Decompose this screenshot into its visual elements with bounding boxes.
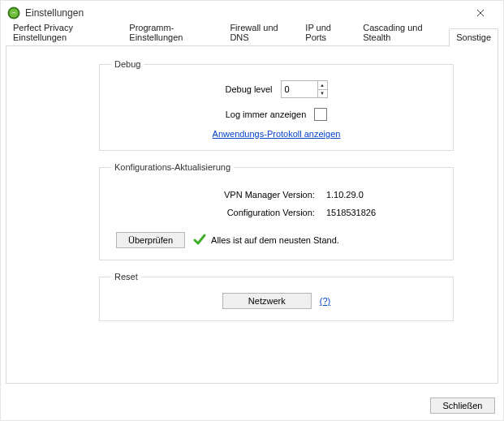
update-status-text: Alles ist auf dem neusten Stand. <box>211 235 339 245</box>
reset-legend: Reset <box>111 272 141 281</box>
window-close-button[interactable] <box>464 2 497 24</box>
checkmark-icon <box>193 233 206 247</box>
tab-bar: Perfect Privacy Einstellungen Programm-E… <box>1 25 503 46</box>
config-version-label: Configuration Version: <box>177 208 315 217</box>
settings-window: Einstellungen Perfect Privacy Einstellun… <box>0 0 504 421</box>
window-title: Einstellungen <box>25 7 84 19</box>
debug-legend: Debug <box>111 59 144 69</box>
close-button[interactable]: Schließen <box>430 397 495 414</box>
close-icon <box>476 9 485 17</box>
config-update-legend: Konfigurations-Aktualisierung <box>111 162 234 172</box>
reset-group: Reset Netzwerk (?) <box>99 272 454 321</box>
config-version-value: 1518531826 <box>326 208 376 217</box>
debug-level-step-down[interactable]: ▼ <box>318 90 327 98</box>
debug-group: Debug Debug level ▲ ▼ Log immer anzeigen… <box>99 59 454 151</box>
show-app-log-link[interactable]: Anwendungs-Protokoll anzeigen <box>213 129 341 139</box>
check-updates-button[interactable]: Überprüfen <box>116 232 185 248</box>
tab-other[interactable]: Sonstige <box>449 28 498 47</box>
log-always-checkbox[interactable] <box>314 108 327 121</box>
tab-program[interactable]: Programm-Einstellungen <box>122 19 222 46</box>
debug-level-step-up[interactable]: ▲ <box>318 81 327 90</box>
app-icon <box>7 6 20 19</box>
tab-perfect-privacy[interactable]: Perfect Privacy Einstellungen <box>6 19 122 46</box>
tab-panel-other: Debug Debug level ▲ ▼ Log immer anzeigen… <box>6 46 498 384</box>
reset-help-link[interactable]: (?) <box>320 296 330 306</box>
debug-level-input[interactable] <box>282 81 317 97</box>
tab-firewall-dns[interactable]: Firewall und DNS <box>222 19 298 46</box>
vpn-manager-version-value: 1.10.29.0 <box>326 190 376 200</box>
log-always-label: Log immer anzeigen <box>226 110 307 119</box>
tab-cascading-stealth[interactable]: Cascading und Stealth <box>355 19 449 46</box>
dialog-footer: Schließen <box>430 397 495 414</box>
tab-ip-ports[interactable]: IP und Ports <box>298 19 355 46</box>
debug-level-label: Debug level <box>225 84 272 94</box>
debug-level-spinner[interactable]: ▲ ▼ <box>281 80 328 98</box>
config-update-group: Konfigurations-Aktualisierung VPN Manage… <box>99 162 454 260</box>
vpn-manager-version-label: VPN Manager Version: <box>177 190 315 200</box>
reset-network-button[interactable]: Netzwerk <box>222 293 312 309</box>
